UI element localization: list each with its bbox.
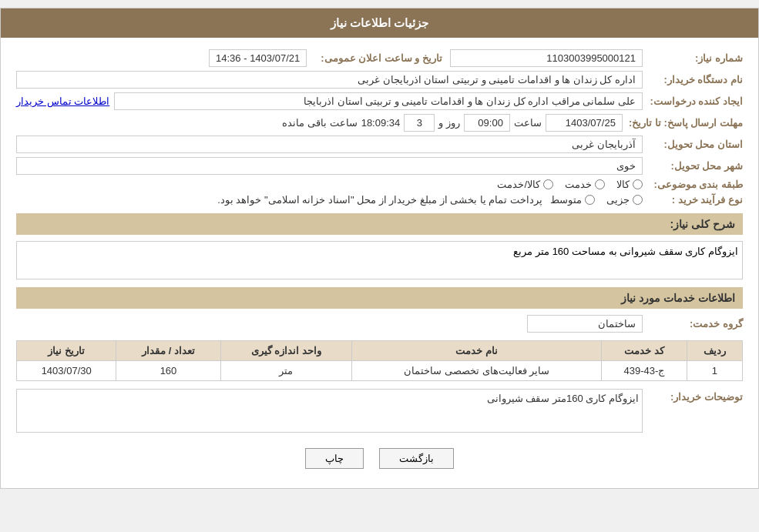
category-option-khedmat[interactable]: خدمت <box>565 179 605 190</box>
response-time: 09:00 <box>464 114 510 132</box>
need-number-value: 1103003995000121 <box>450 49 643 67</box>
response-date: 1403/07/25 <box>546 114 623 132</box>
col-header-qty: تعداد / مقدار <box>116 341 220 361</box>
col-header-row: ردیف <box>687 341 742 361</box>
cell-unit: متر <box>220 361 352 381</box>
response-days: 3 <box>404 114 435 132</box>
cell-row: 1 <box>687 361 742 381</box>
table-row: 1ج-43-439سایر فعالیت‌های تخصصی ساختمانمت… <box>17 361 743 381</box>
category-option-kala[interactable]: کالا <box>616 179 643 190</box>
response-remain: 18:09:34 <box>361 117 401 129</box>
purchase-type-radio-group: جزیی متوسط <box>550 194 643 206</box>
response-deadline-label: مهلت ارسال پاسخ: تا تاریخ: <box>623 117 743 129</box>
response-days-label: روز و <box>438 117 460 129</box>
category-option-kala-khedmat[interactable]: کالا/خدمت <box>497 179 553 190</box>
category-label: طبقه بندی موضوعی: <box>643 179 743 190</box>
services-section-header: اطلاعات خدمات مورد نیاز <box>16 287 743 309</box>
cell-date: 1403/07/30 <box>17 361 116 381</box>
print-button[interactable]: چاپ <box>305 448 364 469</box>
action-buttons-row: بازگشت چاپ <box>16 448 743 469</box>
col-header-unit: واحد اندازه گیری <box>220 341 352 361</box>
category-kala-khedmat-label: کالا/خدمت <box>497 179 540 190</box>
announcement-date-value: 1403/07/21 - 14:36 <box>209 49 307 67</box>
cell-code: ج-43-439 <box>602 361 687 381</box>
delivery-province-label: استان محل تحویل: <box>643 139 743 150</box>
category-kala-label: کالا <box>616 179 630 190</box>
buyer-org-label: نام دستگاه خریدار: <box>643 74 743 85</box>
services-table: ردیف کد خدمت نام خدمت واحد اندازه گیری ت… <box>16 340 743 381</box>
cell-qty: 160 <box>116 361 220 381</box>
service-group-label: گروه خدمت: <box>643 318 743 330</box>
purchase-type-mutavasset[interactable]: متوسط <box>550 194 595 206</box>
category-khedmat-label: خدمت <box>565 179 592 190</box>
category-radio-group: کالا خدمت کالا/خدمت <box>497 179 643 190</box>
col-header-name: نام خدمت <box>352 341 602 361</box>
page-title: جزئیات اطلاعات نیاز <box>1 8 758 38</box>
col-header-date: تاریخ نیاز <box>17 341 116 361</box>
response-time-label: ساعت <box>514 117 542 129</box>
cell-name: سایر فعالیت‌های تخصصی ساختمان <box>352 361 602 381</box>
delivery-province-value: آذربایجان غربی <box>16 136 643 153</box>
purchase-type-jozii[interactable]: جزیی <box>606 194 643 206</box>
back-button[interactable]: بازگشت <box>379 448 454 469</box>
purchase-type-note: پرداخت تمام یا بخشی از مبلغ خریدار از مح… <box>217 194 542 206</box>
delivery-city-label: شهر محل تحویل: <box>643 160 743 172</box>
purchase-mutavasset-label: متوسط <box>550 194 582 206</box>
creator-label: ایجاد کننده درخواست: <box>643 95 743 107</box>
need-number-label: شماره نیاز: <box>643 52 743 64</box>
buyer-org-value: اداره کل زندان ها و اقدامات تامینی و ترب… <box>16 71 643 89</box>
purchase-jozii-label: جزیی <box>606 194 630 206</box>
purchase-type-label: نوع فرآیند خرید : <box>643 194 743 206</box>
need-description-textarea[interactable] <box>16 241 743 279</box>
col-header-code: کد خدمت <box>602 341 687 361</box>
need-description-section-header: شرح کلی نیاز: <box>16 213 743 235</box>
creator-value: علی سلمانی مراقب اداره کل زندان ها و اقد… <box>114 92 643 110</box>
buyer-desc-label: توضیحات خریدار: <box>643 389 743 403</box>
announcement-date-label: تاریخ و ساعت اعلان عمومی: <box>314 52 442 64</box>
buyer-desc-text: ایزوگام کاری 160متر سقف شیروانی <box>487 393 639 404</box>
creator-contact-link[interactable]: اطلاعات تماس خریدار <box>16 95 109 107</box>
service-group-value: ساختمان <box>527 315 643 333</box>
response-remain-label: ساعت باقی مانده <box>282 117 357 129</box>
delivery-city-value: خوی <box>16 157 643 175</box>
